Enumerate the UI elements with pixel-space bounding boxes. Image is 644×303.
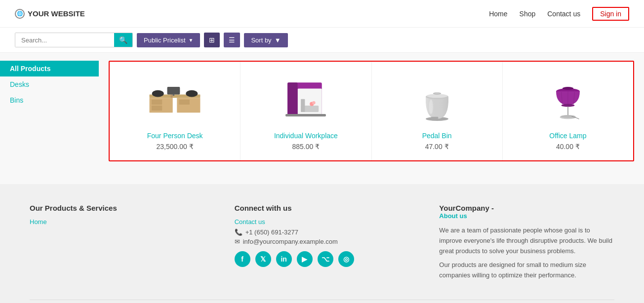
- footer-contact-link[interactable]: Contact us: [235, 218, 410, 226]
- chevron-down-icon: ▼: [189, 38, 194, 43]
- product-name-desk: Four Person Desk: [118, 132, 232, 140]
- svg-rect-10: [167, 87, 180, 94]
- pricelist-dropdown[interactable]: Public Pricelist ▼: [137, 33, 200, 47]
- svg-rect-15: [301, 99, 305, 112]
- sort-dropdown[interactable]: Sort by ▼: [244, 33, 287, 47]
- product-image-bin: [380, 72, 494, 126]
- footer-col3-p1: We are a team of passionate people whose…: [439, 226, 614, 256]
- product-price-bin: 47.00 ₹: [380, 143, 494, 151]
- svg-rect-25: [431, 117, 438, 119]
- footer-columns: Our Products & Services Home Connect wit…: [30, 204, 614, 285]
- svg-point-8: [186, 90, 198, 97]
- facebook-icon[interactable]: f: [235, 251, 250, 267]
- product-price-lamp: 40.00 ₹: [511, 143, 625, 151]
- nav-shop[interactable]: Shop: [520, 10, 536, 18]
- youtube-icon[interactable]: ▶: [297, 251, 313, 267]
- workplace-image-svg: [276, 76, 335, 121]
- footer-col3-p2: Our products are designed for small to m…: [439, 260, 614, 281]
- globe-icon: 🌐: [15, 9, 25, 19]
- svg-rect-1: [171, 94, 173, 98]
- sidebar: All Products Desks Bins: [0, 53, 99, 169]
- product-image-workplace: [248, 72, 363, 126]
- product-price-workplace: 885.00 ₹: [248, 143, 363, 151]
- pricelist-label: Public Pricelist: [144, 37, 186, 44]
- svg-point-26: [429, 100, 433, 114]
- svg-rect-11: [173, 94, 174, 96]
- product-image-lamp: [511, 72, 625, 126]
- footer-phone: 📞 +1 (650) 691-3277: [235, 228, 410, 236]
- footer-email: ✉ info@yourcompany.example.com: [235, 238, 410, 245]
- footer-col-company: YourCompany - About us We are a team of …: [439, 204, 614, 285]
- product-card-desk[interactable]: Four Person Desk 23,500.00 ₹: [110, 62, 241, 160]
- footer-dash: -: [491, 204, 494, 212]
- github-icon[interactable]: ⌥: [318, 251, 333, 267]
- product-name-workplace: Individual Workplace: [248, 132, 363, 140]
- phone-icon: 📞: [235, 228, 242, 236]
- footer-phone-number: +1 (650) 691-3277: [245, 228, 298, 236]
- product-name-lamp: Office Lamp: [511, 132, 625, 140]
- chevron-down-icon-sort: ▼: [275, 37, 281, 44]
- main-content: All Products Desks Bins: [0, 53, 644, 169]
- twitter-icon[interactable]: 𝕏: [255, 251, 271, 267]
- svg-rect-4: [152, 100, 162, 105]
- search-button[interactable]: 🔍: [114, 33, 132, 47]
- nav-home[interactable]: Home: [489, 10, 507, 18]
- sidebar-item-all-products[interactable]: All Products: [0, 61, 99, 76]
- footer-company-name: YourCompany: [439, 204, 489, 212]
- sidebar-bins-label: Bins: [10, 96, 23, 104]
- footer-about-link[interactable]: About us: [439, 212, 614, 220]
- toolbar: 🔍 Public Pricelist ▼ ⊞ ☰ Sort by ▼: [0, 28, 644, 53]
- svg-rect-18: [288, 82, 298, 114]
- header: 🌐 YOUR WEBSITE Home Shop Contact us Sign…: [0, 0, 644, 28]
- products-area: Four Person Desk 23,500.00 ₹: [99, 53, 644, 169]
- svg-rect-6: [179, 100, 190, 105]
- footer-email-address: info@yourcompany.example.com: [243, 238, 338, 245]
- product-card-workplace[interactable]: Individual Workplace 885.00 ₹: [241, 62, 371, 160]
- svg-point-7: [152, 90, 164, 97]
- linkedin-icon[interactable]: in: [276, 251, 292, 267]
- desk-image-svg: [145, 76, 204, 121]
- search-icon: 🔍: [119, 36, 127, 44]
- svg-point-31: [561, 115, 575, 118]
- sort-label: Sort by: [251, 37, 271, 44]
- product-card-lamp[interactable]: Office Lamp 40.00 ₹: [503, 62, 633, 160]
- lamp-image-svg: [538, 76, 598, 121]
- bin-image-svg: [407, 76, 467, 121]
- footer-col1-title: Our Products & Services: [30, 204, 205, 212]
- product-card-bin[interactable]: Pedal Bin 47.00 ₹: [372, 62, 503, 160]
- sign-in-button[interactable]: Sign in: [592, 7, 629, 21]
- footer-col-connect: Connect with us Contact us 📞 +1 (650) 69…: [235, 204, 410, 285]
- footer-col2-title: Connect with us: [235, 204, 410, 212]
- sidebar-all-products-label: All Products: [10, 65, 50, 73]
- main-nav: Home Shop Contact us Sign in: [489, 7, 629, 21]
- grid-icon: ⊞: [209, 36, 215, 44]
- sidebar-item-desks[interactable]: Desks: [0, 76, 99, 92]
- product-image-desk: [118, 72, 232, 126]
- search-wrapper: 🔍: [15, 33, 133, 47]
- grid-view-button[interactable]: ⊞: [204, 33, 220, 47]
- svg-point-24: [434, 92, 440, 94]
- products-grid: Four Person Desk 23,500.00 ₹: [109, 61, 634, 161]
- email-icon: ✉: [235, 238, 240, 245]
- sidebar-desks-label: Desks: [10, 80, 29, 88]
- nav-contact[interactable]: Contact us: [547, 10, 580, 18]
- footer-col-products: Our Products & Services Home: [30, 204, 205, 285]
- footer-col3-title: YourCompany - About us: [439, 204, 614, 220]
- svg-rect-19: [285, 114, 326, 116]
- logo-text: YOUR WEBSITE: [28, 9, 85, 18]
- footer-bottom: Copyright © YourCompany Powered by odoo …: [30, 300, 614, 303]
- logo: 🌐 YOUR WEBSITE: [15, 9, 85, 19]
- instagram-icon[interactable]: ◎: [338, 251, 354, 267]
- product-name-bin: Pedal Bin: [380, 132, 494, 140]
- list-icon: ☰: [229, 36, 235, 44]
- social-icons-group: f 𝕏 in ▶ ⌥ ◎: [235, 251, 410, 267]
- footer-home-link[interactable]: Home: [30, 218, 205, 226]
- svg-point-17: [312, 101, 316, 105]
- sidebar-item-bins[interactable]: Bins: [0, 92, 99, 108]
- product-price-desk: 23,500.00 ₹: [118, 143, 232, 151]
- svg-point-32: [563, 87, 574, 90]
- footer: Our Products & Services Home Connect wit…: [0, 184, 644, 303]
- search-input[interactable]: [15, 33, 114, 47]
- svg-rect-5: [152, 106, 162, 111]
- list-view-button[interactable]: ☰: [224, 33, 240, 47]
